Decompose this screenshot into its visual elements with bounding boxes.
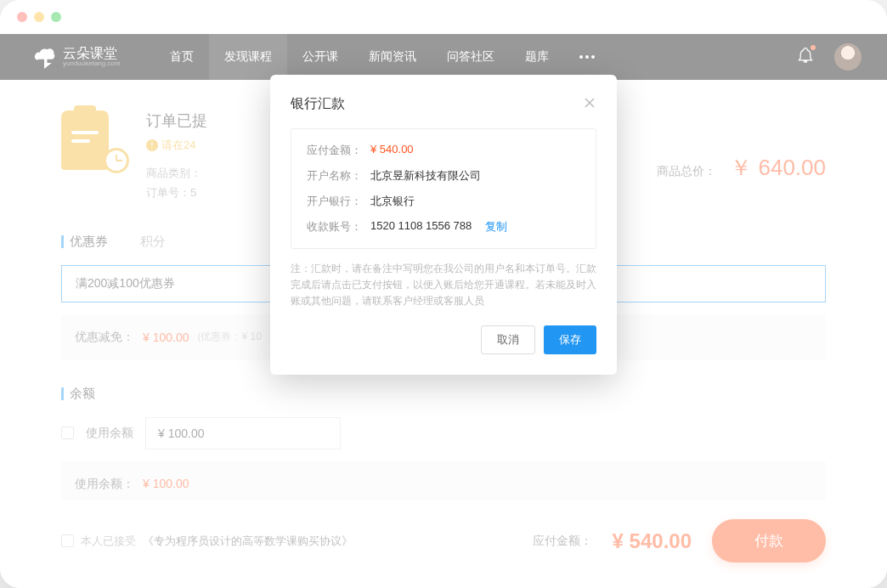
modal-name-label: 开户名称：: [307, 168, 362, 184]
modal-note: 注：汇款时，请在备注中写明您在我公司的用户名和本订单号。汇款完成后请点击已支付按…: [291, 261, 596, 310]
modal-amount-value: ¥ 540.00: [370, 143, 414, 158]
modal-account-label: 收款账号：: [307, 219, 362, 235]
modal-account-value: 1520 1108 1556 788: [370, 219, 472, 235]
modal-bank-label: 开户银行：: [307, 194, 362, 209]
bank-transfer-modal: 银行汇款 应付金额： ¥ 540.00 开户名称： 北京昱新科技有限公司 开户银…: [270, 75, 617, 375]
modal-bank-value: 北京银行: [370, 194, 415, 209]
bank-details-box: 应付金额： ¥ 540.00 开户名称： 北京昱新科技有限公司 开户银行： 北京…: [291, 128, 596, 249]
modal-title: 银行汇款: [291, 95, 345, 113]
save-button[interactable]: 保存: [544, 325, 596, 354]
modal-close-button[interactable]: [583, 96, 596, 113]
cancel-button[interactable]: 取消: [481, 325, 535, 354]
close-icon: [583, 96, 596, 110]
modal-amount-label: 应付金额：: [307, 143, 362, 158]
modal-overlay[interactable]: 银行汇款 应付金额： ¥ 540.00 开户名称： 北京昱新科技有限公司 开户银…: [0, 0, 887, 588]
modal-name-value: 北京昱新科技有限公司: [370, 168, 481, 184]
copy-button[interactable]: 复制: [485, 219, 507, 235]
